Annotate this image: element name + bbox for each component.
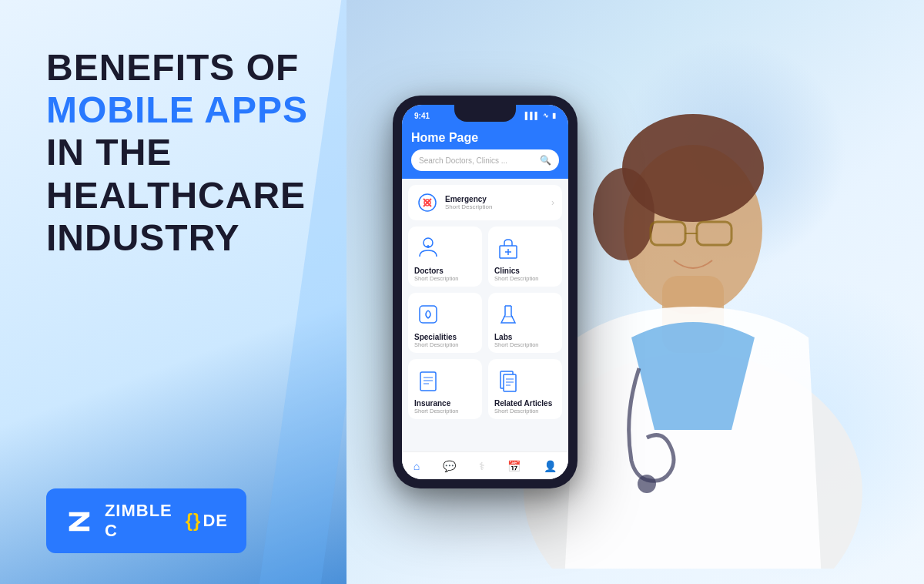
emergency-sub: Short Description bbox=[445, 203, 492, 210]
svg-point-9 bbox=[638, 475, 656, 493]
brand-text2: DE bbox=[203, 511, 228, 531]
articles-card[interactable]: Related Articles Short Description bbox=[488, 359, 562, 419]
right-panel: 9:41 ▌▌▌ ∿ ▮ Home Page Search Doctors, C… bbox=[346, 0, 924, 584]
emergency-text: Emergency Short Description bbox=[445, 195, 492, 210]
insurance-icon bbox=[414, 367, 442, 394]
brand-logo-icon bbox=[65, 505, 94, 536]
insurance-title: Insurance bbox=[414, 399, 450, 408]
wifi-icon: ∿ bbox=[543, 112, 549, 119]
medical-nav-icon[interactable]: ⚕ bbox=[479, 460, 485, 472]
labs-title: Labs bbox=[494, 333, 512, 341]
chat-nav-icon[interactable]: 💬 bbox=[443, 460, 456, 472]
search-icon: 🔍 bbox=[540, 155, 551, 166]
specialities-title: Specialities bbox=[414, 333, 457, 341]
status-bar: 9:41 ▌▌▌ ∿ ▮ bbox=[402, 105, 568, 126]
search-placeholder: Search Doctors, Clinics ... bbox=[419, 156, 507, 165]
labs-sub: Short Description bbox=[494, 341, 539, 348]
insurance-sub: Short Description bbox=[414, 408, 459, 415]
app-content: Emergency Short Description › bbox=[402, 179, 568, 431]
articles-title: Related Articles bbox=[494, 399, 552, 408]
specialities-card[interactable]: Specialities Short Description bbox=[408, 293, 482, 353]
doctors-card[interactable]: Doctors Short Description bbox=[408, 227, 482, 287]
svg-rect-23 bbox=[420, 372, 436, 391]
svg-point-5 bbox=[593, 168, 654, 260]
calendar-nav-icon[interactable]: 📅 bbox=[507, 460, 521, 472]
chevron-right-icon: › bbox=[551, 197, 554, 208]
emergency-icon bbox=[416, 191, 439, 214]
emergency-row[interactable]: Emergency Short Description › bbox=[408, 185, 562, 220]
brand-name: ZIMBLE C{}DE bbox=[105, 501, 228, 541]
app-title: Home Page bbox=[411, 131, 559, 145]
phone-device: 9:41 ▌▌▌ ∿ ▮ Home Page Search Doctors, C… bbox=[393, 96, 578, 488]
app-header: Home Page Search Doctors, Clinics ... 🔍 bbox=[402, 126, 568, 179]
headline-line1: BENEFITS OF bbox=[46, 47, 299, 88]
grid-row-2: Specialities Short Description bbox=[408, 293, 562, 353]
search-bar[interactable]: Search Doctors, Clinics ... 🔍 bbox=[411, 149, 559, 171]
svg-rect-28 bbox=[504, 374, 516, 391]
headline-line4: HEALTHCARE bbox=[46, 175, 306, 216]
specialities-sub: Short Description bbox=[414, 341, 459, 348]
emergency-left: Emergency Short Description bbox=[416, 191, 492, 214]
phone-container: 9:41 ▌▌▌ ∿ ▮ Home Page Search Doctors, C… bbox=[393, 96, 578, 488]
doctors-icon bbox=[414, 234, 442, 262]
clinics-icon bbox=[494, 234, 522, 262]
headline-line3: IN THE bbox=[46, 132, 172, 173]
clinics-sub: Short Description bbox=[494, 275, 539, 282]
brand-curly: {} bbox=[186, 510, 202, 532]
grid-row-1: Doctors Short Description bbox=[408, 227, 562, 287]
svg-marker-0 bbox=[69, 512, 90, 532]
doctors-sub: Short Description bbox=[414, 275, 459, 282]
clinics-title: Clinics bbox=[494, 267, 520, 275]
specialities-icon bbox=[414, 300, 442, 328]
battery-icon: ▮ bbox=[552, 112, 556, 119]
left-panel: BENEFITS OF MOBILE APPS IN THE HEALTHCAR… bbox=[0, 0, 346, 584]
headline: BENEFITS OF MOBILE APPS IN THE HEALTHCAR… bbox=[46, 46, 308, 259]
articles-sub: Short Description bbox=[494, 408, 539, 415]
brand-footer: ZIMBLE C{}DE bbox=[46, 488, 246, 553]
clinics-card[interactable]: Clinics Short Description bbox=[488, 227, 562, 287]
status-time: 9:41 bbox=[414, 112, 430, 120]
profile-nav-icon[interactable]: 👤 bbox=[544, 460, 557, 472]
doctors-title: Doctors bbox=[414, 267, 444, 275]
labs-card[interactable]: Labs Short Description bbox=[488, 293, 562, 353]
svg-rect-20 bbox=[420, 306, 437, 323]
insurance-card[interactable]: Insurance Short Description bbox=[408, 359, 482, 419]
emergency-title: Emergency bbox=[445, 195, 492, 203]
brand-text: ZIMBLE C bbox=[105, 501, 184, 541]
phone-screen: 9:41 ▌▌▌ ∿ ▮ Home Page Search Doctors, C… bbox=[402, 105, 568, 479]
bottom-nav: ⌂ 💬 ⚕ 📅 👤 bbox=[402, 451, 568, 479]
grid-row-3: Insurance Short Description bbox=[408, 359, 562, 419]
status-icons: ▌▌▌ ∿ ▮ bbox=[525, 112, 556, 119]
headline-line5: INDUSTRY bbox=[46, 217, 240, 258]
home-nav-icon[interactable]: ⌂ bbox=[413, 460, 420, 472]
signal-icon: ▌▌▌ bbox=[525, 112, 540, 119]
labs-icon bbox=[494, 300, 522, 328]
headline-line2: MOBILE APPS bbox=[46, 89, 308, 130]
articles-icon bbox=[494, 367, 522, 394]
